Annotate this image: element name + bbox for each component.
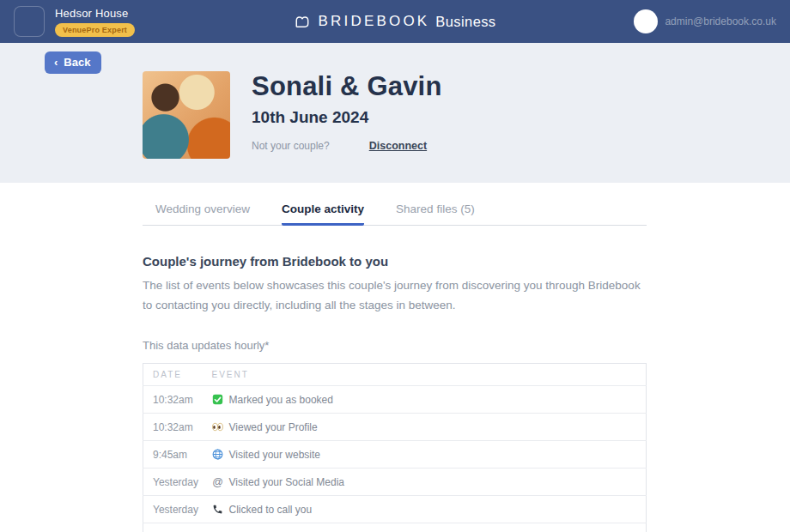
event-label: Marked you as booked	[229, 394, 333, 406]
table-row: 9:45am Visited your website	[143, 441, 647, 469]
event-cell: Visited your website	[212, 441, 647, 469]
event-cell: Marked you as booked	[212, 386, 647, 414]
venue-block[interactable]: Hedsor House VenuePro Expert	[14, 6, 135, 37]
table-body: 10:32am Marked you as booked 10:32am Vie…	[143, 386, 647, 532]
column-header-event: EVENT	[212, 364, 647, 386]
journey-section-title: Couple's journey from Bridebook to you	[143, 254, 647, 269]
table-row: 10:32am Viewed your Profile	[143, 414, 647, 441]
event-label: Visited your website	[229, 449, 321, 461]
disconnect-link[interactable]: Disconnect	[369, 140, 427, 152]
table-row: 10:32am Marked you as booked	[143, 386, 647, 414]
disconnect-row: Not your couple? Disconnect	[252, 140, 442, 152]
couple-photo	[143, 71, 230, 159]
tab-couple-activity[interactable]: Couple activity	[282, 203, 364, 226]
couple-hero-section: ‹ Back Sonali & Gavin 10th June 2024 Not…	[0, 43, 790, 183]
account-email: admin@bridebook.co.uk	[665, 15, 776, 27]
journey-description: The list of events below showcases this …	[143, 276, 647, 315]
table-row: Yesterday Clicked to call you	[143, 496, 647, 523]
event-date: 10:32am	[143, 386, 212, 414]
event-date: Yesterday	[143, 469, 212, 496]
couple-summary: Sonali & Gavin 10th June 2024 Not your c…	[143, 71, 442, 159]
table-row: Yesterday @ Visited your Social Media	[143, 469, 647, 496]
wedding-date: 10th June 2024	[252, 108, 442, 127]
event-cell: Added you to Favourites	[212, 523, 647, 532]
table-row: March 23rd Added you to Favourites	[143, 523, 647, 532]
back-button-label: Back	[64, 56, 90, 69]
couple-name-heading: Sonali & Gavin	[252, 71, 442, 102]
back-button[interactable]: ‹ Back	[45, 51, 101, 74]
event-date: March 23rd	[143, 523, 212, 532]
globe-icon	[212, 449, 224, 461]
event-label: Clicked to call you	[229, 504, 313, 516]
event-label: Visited your Social Media	[229, 476, 345, 488]
event-date: Yesterday	[143, 496, 212, 523]
bridebook-business-logo: BRIDEBOOK Business	[294, 13, 495, 30]
event-label: Viewed your Profile	[229, 421, 318, 433]
event-cell: Clicked to call you	[212, 496, 647, 523]
top-navbar: Hedsor House VenuePro Expert BRIDEBOOK B…	[0, 0, 790, 43]
venue-thumbnail-image	[14, 6, 45, 37]
couple-activity-table: DATE EVENT 10:32am Marked you as booked …	[143, 363, 647, 532]
eyes-icon	[212, 421, 224, 433]
table-header: DATE EVENT	[143, 364, 647, 386]
tab-bar: Wedding overview Couple activity Shared …	[143, 183, 647, 226]
data-update-note: This data updates hourly*	[143, 339, 647, 352]
venue-meta: Hedsor House VenuePro Expert	[55, 7, 135, 37]
event-date: 9:45am	[143, 441, 212, 469]
account-avatar	[634, 9, 658, 33]
bridebook-heart-cloud-icon	[294, 14, 310, 30]
venue-name: Hedsor House	[55, 7, 135, 20]
logo-suffix: Business	[435, 14, 495, 30]
back-chevron-icon: ‹	[54, 57, 58, 68]
couple-info: Sonali & Gavin 10th June 2024 Not your c…	[252, 71, 442, 159]
event-cell: @ Visited your Social Media	[212, 469, 647, 496]
account-menu[interactable]: admin@bridebook.co.uk	[634, 9, 776, 33]
not-your-couple-label: Not your couple?	[252, 140, 330, 152]
phone-icon	[212, 504, 224, 516]
tab-wedding-overview[interactable]: Wedding overview	[155, 203, 250, 226]
column-header-date: DATE	[143, 364, 212, 386]
at-sign-icon: @	[212, 476, 224, 488]
logo-text: BRIDEBOOK	[318, 13, 429, 30]
tab-shared-files[interactable]: Shared files (5)	[396, 203, 475, 226]
booked-check-icon	[212, 394, 224, 406]
event-date: 10:32am	[143, 414, 212, 441]
main-content: Wedding overview Couple activity Shared …	[143, 183, 647, 532]
event-cell: Viewed your Profile	[212, 414, 647, 441]
venuepro-expert-badge: VenuePro Expert	[55, 23, 135, 37]
